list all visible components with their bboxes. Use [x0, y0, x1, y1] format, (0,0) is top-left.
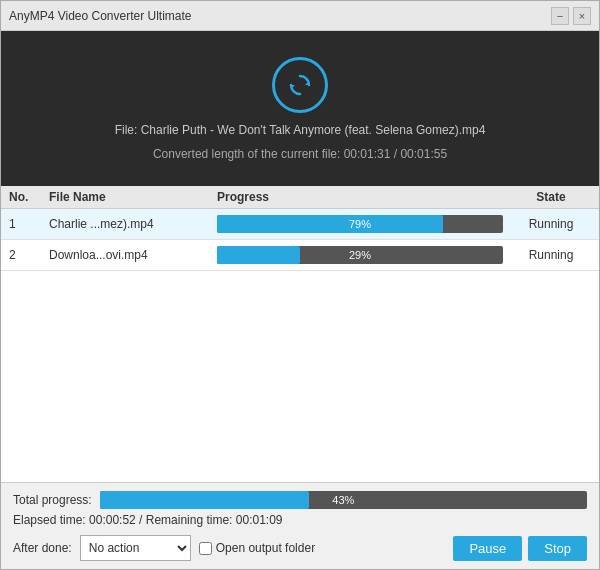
total-progress-text: 43% — [100, 491, 587, 509]
col-progress: Progress — [209, 190, 511, 204]
table-row: 1 Charlie ...mez).mp4 79% Running — [1, 209, 599, 240]
title-bar: AnyMP4 Video Converter Ultimate − × — [1, 1, 599, 31]
app-window: AnyMP4 Video Converter Ultimate − × File… — [0, 0, 600, 570]
row-1-num: 1 — [9, 217, 49, 231]
close-button[interactable]: × — [573, 7, 591, 25]
preview-length-text: Converted length of the current file: 00… — [153, 147, 447, 161]
row-2-progress-cell: 29% — [209, 246, 511, 264]
row-2-state: Running — [511, 248, 591, 262]
row-1-filename: Charlie ...mez).mp4 — [49, 217, 209, 231]
minimize-button[interactable]: − — [551, 7, 569, 25]
stop-button[interactable]: Stop — [528, 536, 587, 561]
row-2-filename: Downloa...ovi.mp4 — [49, 248, 209, 262]
action-select-wrap[interactable]: No action Exit application Hibernate Shu… — [80, 535, 191, 561]
action-select[interactable]: No action Exit application Hibernate Shu… — [81, 536, 190, 560]
row-1-progress-bg: 79% — [217, 215, 503, 233]
preview-area: File: Charlie Puth - We Don't Talk Anymo… — [1, 31, 599, 186]
action-buttons: Pause Stop — [453, 536, 587, 561]
table-row: 2 Downloa...ovi.mp4 29% Running — [1, 240, 599, 271]
row-1-progress-cell: 79% — [209, 215, 511, 233]
row-1-state: Running — [511, 217, 591, 231]
action-row: After done: No action Exit application H… — [13, 535, 587, 561]
row-1-progress-label: 79% — [217, 215, 503, 233]
col-filename: File Name — [49, 190, 209, 204]
time-row: Elapsed time: 00:00:52 / Remaining time:… — [13, 513, 587, 527]
window-title: AnyMP4 Video Converter Ultimate — [9, 9, 192, 23]
open-output-checkbox[interactable] — [199, 542, 212, 555]
table-header: No. File Name Progress State — [1, 186, 599, 209]
file-table: No. File Name Progress State 1 Charlie .… — [1, 186, 599, 482]
total-progress-label: Total progress: — [13, 493, 92, 507]
row-2-num: 2 — [9, 248, 49, 262]
col-no: No. — [9, 190, 49, 204]
bottom-area: Total progress: 43% Elapsed time: 00:00:… — [1, 482, 599, 569]
total-progress-bar: 43% — [100, 491, 587, 509]
pause-button[interactable]: Pause — [453, 536, 522, 561]
sync-icon — [272, 57, 328, 113]
preview-file-text: File: Charlie Puth - We Don't Talk Anymo… — [115, 123, 486, 137]
row-2-progress-label: 29% — [217, 246, 503, 264]
total-progress-row: Total progress: 43% — [13, 491, 587, 509]
title-buttons: − × — [551, 7, 591, 25]
open-output-wrap: Open output folder — [199, 541, 446, 555]
after-done-label: After done: — [13, 541, 72, 555]
row-2-progress-bg: 29% — [217, 246, 503, 264]
col-state: State — [511, 190, 591, 204]
open-output-label: Open output folder — [216, 541, 315, 555]
